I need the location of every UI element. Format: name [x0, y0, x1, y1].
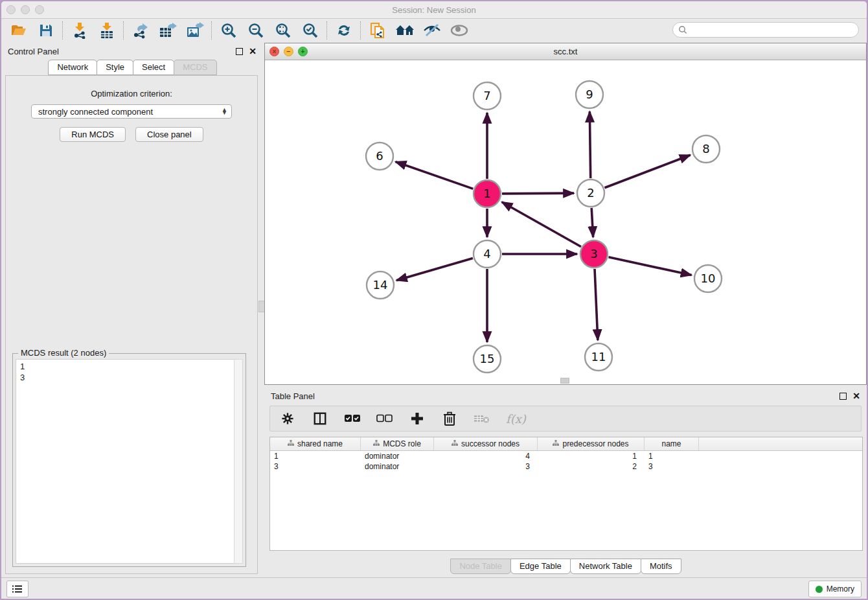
graph-node-1[interactable]: 1 — [474, 180, 501, 207]
tab-motifs[interactable]: Motifs — [641, 559, 681, 574]
cell-name[interactable]: 3 — [645, 461, 699, 472]
memory-button[interactable]: Memory — [808, 581, 862, 597]
hide-selected-icon[interactable] — [418, 21, 446, 40]
show-column-icon[interactable] — [312, 410, 328, 427]
network-graph-canvas[interactable]: 7968124314101511 — [265, 60, 866, 384]
cell-predecessor-nodes[interactable]: 1 — [538, 451, 645, 461]
zoom-fit-icon[interactable] — [269, 21, 297, 40]
cell-successor-nodes[interactable]: 4 — [434, 451, 538, 461]
mcds-tab-content: Optimization criterion: strongly connect… — [5, 75, 258, 574]
open-session-icon[interactable] — [5, 21, 32, 40]
cell-shared-name[interactable]: 3 — [270, 461, 361, 472]
graph-node-11[interactable]: 11 — [585, 343, 612, 371]
network-view-window: × − + scc.txt 7968124314101511 — [264, 43, 867, 385]
table-row[interactable]: 3dominator323 — [270, 461, 862, 472]
toolbar-separator — [326, 21, 328, 40]
column-header-name[interactable]: name — [645, 437, 699, 450]
tab-select[interactable]: Select — [133, 60, 174, 75]
export-network-icon[interactable] — [127, 21, 154, 40]
control-panel-title: Control Panel — [8, 47, 59, 56]
svg-text:2: 2 — [587, 186, 594, 200]
graph-node-7[interactable]: 7 — [474, 82, 501, 110]
close-panel-button[interactable]: Close panel — [135, 127, 203, 142]
task-history-button[interactable] — [6, 581, 29, 597]
cell-name[interactable]: 1 — [645, 451, 699, 461]
export-table-icon[interactable] — [154, 21, 181, 40]
column-type-icon — [373, 439, 380, 448]
table-settings-icon[interactable] — [279, 410, 296, 427]
table-row[interactable]: 1dominator411 — [270, 451, 862, 461]
search-box[interactable] — [672, 22, 859, 38]
save-session-icon[interactable] — [32, 21, 60, 40]
refresh-network-icon[interactable] — [330, 21, 358, 40]
first-neighbors-icon[interactable] — [391, 21, 418, 40]
graph-node-14[interactable]: 14 — [367, 271, 394, 299]
graph-node-15[interactable]: 15 — [474, 345, 501, 373]
tab-style[interactable]: Style — [97, 60, 133, 75]
show-all-icon[interactable] — [446, 21, 473, 40]
graph-node-4[interactable]: 4 — [474, 240, 501, 268]
svg-text:4: 4 — [483, 247, 490, 260]
svg-text:10: 10 — [701, 271, 716, 285]
run-mcds-button[interactable]: Run MCDS — [60, 127, 126, 142]
edge-3-1[interactable] — [502, 202, 581, 247]
edge-3-11[interactable] — [595, 269, 598, 340]
column-label: successor nodes — [461, 439, 520, 448]
column-header-shared-name[interactable]: shared name — [270, 437, 361, 450]
float-panel-icon[interactable] — [236, 48, 243, 55]
optimization-criterion-label: Optimization criterion: — [6, 89, 257, 98]
control-panel-tabs: NetworkStyleSelectMCDS — [1, 60, 263, 75]
search-icon — [678, 25, 687, 34]
close-table-panel-icon[interactable]: ✕ — [852, 391, 860, 400]
select-all-icon[interactable] — [344, 410, 361, 427]
mcds-result-scrollbar[interactable] — [234, 359, 243, 564]
graph-node-10[interactable]: 10 — [694, 265, 722, 292]
graph-node-8[interactable]: 8 — [692, 135, 720, 163]
cell-MCDS-role[interactable]: dominator — [361, 451, 434, 461]
edge-1-6[interactable] — [396, 162, 474, 189]
tab-network-table[interactable]: Network Table — [570, 559, 641, 574]
cell-shared-name[interactable]: 1 — [270, 451, 361, 461]
edge-3-10[interactable] — [608, 257, 691, 275]
import-table-icon[interactable] — [93, 21, 120, 40]
criterion-value: strongly connected component — [38, 107, 153, 117]
column-header-MCDS-role[interactable]: MCDS role — [361, 437, 434, 450]
cell-predecessor-nodes[interactable]: 2 — [538, 461, 645, 472]
tab-mcds[interactable]: MCDS — [174, 60, 216, 75]
horizontal-splitter-handle[interactable] — [560, 378, 569, 384]
edge-4-14[interactable] — [396, 258, 473, 280]
cell-successor-nodes[interactable]: 3 — [434, 461, 538, 472]
close-panel-icon[interactable]: ✕ — [249, 47, 257, 56]
cell-MCDS-role[interactable]: dominator — [361, 461, 434, 472]
tab-network[interactable]: Network — [48, 60, 97, 75]
zoom-out-icon[interactable] — [242, 21, 269, 40]
criterion-dropdown[interactable]: strongly connected component ▲▼ — [31, 104, 232, 119]
list-icon — [12, 584, 23, 594]
zoom-in-icon[interactable] — [215, 21, 242, 40]
column-header-successor-nodes[interactable]: successor nodes — [434, 437, 538, 450]
application-window: Session: New Session Control Panel ✕ Net… — [0, 0, 868, 600]
float-table-panel-icon[interactable] — [839, 393, 847, 400]
export-image-icon[interactable] — [181, 21, 209, 40]
tab-node-table[interactable]: Node Table — [450, 559, 511, 574]
zoom-selected-icon[interactable] — [297, 21, 324, 40]
graph-node-2[interactable]: 2 — [577, 179, 604, 207]
deselect-all-icon[interactable] — [376, 410, 393, 427]
delete-row-icon[interactable] — [441, 410, 458, 427]
mcds-result-list[interactable]: 13 — [16, 359, 235, 564]
edge-2-9[interactable] — [589, 111, 590, 178]
edge-2-3[interactable] — [591, 208, 593, 237]
duplicate-network-icon[interactable] — [364, 21, 391, 40]
graph-node-6[interactable]: 6 — [366, 143, 393, 170]
import-network-icon[interactable] — [66, 21, 93, 40]
node-table[interactable]: shared nameMCDS rolesuccessor nodesprede… — [269, 437, 863, 551]
tab-edge-table[interactable]: Edge Table — [510, 559, 571, 574]
network-window-titlebar[interactable]: × − + scc.txt — [265, 43, 866, 60]
edge-1-2[interactable] — [502, 193, 574, 194]
memory-status-icon — [816, 586, 823, 593]
add-row-icon[interactable] — [409, 410, 426, 427]
graph-node-9[interactable]: 9 — [576, 81, 603, 108]
edge-2-8[interactable] — [604, 155, 690, 188]
graph-node-3[interactable]: 3 — [580, 240, 608, 268]
column-header-predecessor-nodes[interactable]: predecessor nodes — [538, 437, 645, 450]
